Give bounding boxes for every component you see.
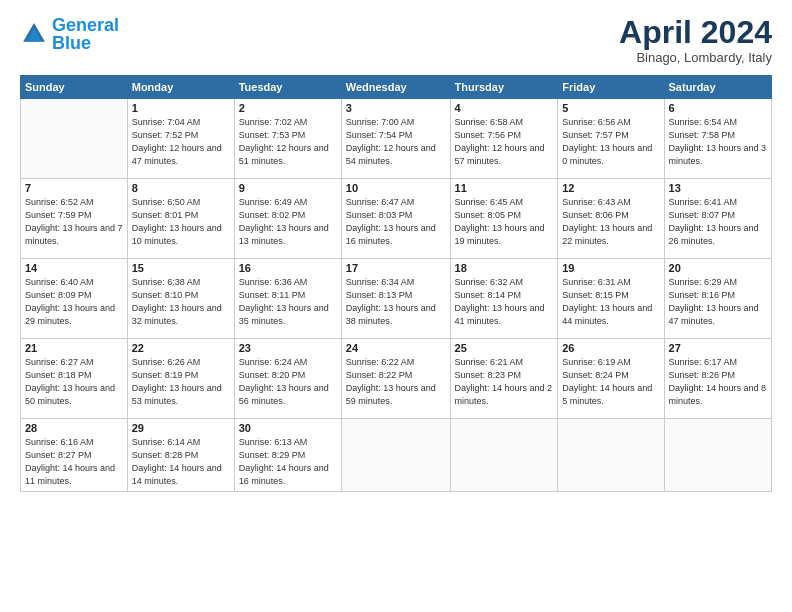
day-number: 30 bbox=[239, 422, 337, 434]
day-info: Sunrise: 6:34 AMSunset: 8:13 PMDaylight:… bbox=[346, 276, 446, 328]
table-row bbox=[341, 419, 450, 492]
day-number: 17 bbox=[346, 262, 446, 274]
sunrise-text: Sunrise: 6:21 AM bbox=[455, 357, 524, 367]
table-row: 29Sunrise: 6:14 AMSunset: 8:28 PMDayligh… bbox=[127, 419, 234, 492]
day-info: Sunrise: 6:16 AMSunset: 8:27 PMDaylight:… bbox=[25, 436, 123, 488]
table-row: 15Sunrise: 6:38 AMSunset: 8:10 PMDayligh… bbox=[127, 259, 234, 339]
day-number: 10 bbox=[346, 182, 446, 194]
day-info: Sunrise: 6:17 AMSunset: 8:26 PMDaylight:… bbox=[669, 356, 767, 408]
daylight-text: Daylight: 13 hours and 50 minutes. bbox=[25, 383, 115, 406]
sunset-text: Sunset: 8:01 PM bbox=[132, 210, 199, 220]
day-info: Sunrise: 6:41 AMSunset: 8:07 PMDaylight:… bbox=[669, 196, 767, 248]
daylight-text: Daylight: 14 hours and 8 minutes. bbox=[669, 383, 767, 406]
daylight-text: Daylight: 14 hours and 16 minutes. bbox=[239, 463, 329, 486]
day-number: 1 bbox=[132, 102, 230, 114]
sunset-text: Sunset: 8:26 PM bbox=[669, 370, 736, 380]
sunset-text: Sunset: 8:09 PM bbox=[25, 290, 92, 300]
sunset-text: Sunset: 8:13 PM bbox=[346, 290, 413, 300]
sunrise-text: Sunrise: 6:41 AM bbox=[669, 197, 738, 207]
daylight-text: Daylight: 13 hours and 53 minutes. bbox=[132, 383, 222, 406]
table-row: 11Sunrise: 6:45 AMSunset: 8:05 PMDayligh… bbox=[450, 179, 558, 259]
day-number: 20 bbox=[669, 262, 767, 274]
daylight-text: Daylight: 13 hours and 26 minutes. bbox=[669, 223, 759, 246]
daylight-text: Daylight: 12 hours and 51 minutes. bbox=[239, 143, 329, 166]
sunset-text: Sunset: 7:52 PM bbox=[132, 130, 199, 140]
sunset-text: Sunset: 8:06 PM bbox=[562, 210, 629, 220]
table-row: 10Sunrise: 6:47 AMSunset: 8:03 PMDayligh… bbox=[341, 179, 450, 259]
daylight-text: Daylight: 13 hours and 7 minutes. bbox=[25, 223, 123, 246]
sunset-text: Sunset: 8:22 PM bbox=[346, 370, 413, 380]
logo-text-line1: General bbox=[52, 16, 119, 34]
sunrise-text: Sunrise: 6:34 AM bbox=[346, 277, 415, 287]
table-row: 20Sunrise: 6:29 AMSunset: 8:16 PMDayligh… bbox=[664, 259, 771, 339]
table-row: 26Sunrise: 6:19 AMSunset: 8:24 PMDayligh… bbox=[558, 339, 664, 419]
day-number: 26 bbox=[562, 342, 659, 354]
daylight-text: Daylight: 12 hours and 54 minutes. bbox=[346, 143, 436, 166]
daylight-text: Daylight: 13 hours and 19 minutes. bbox=[455, 223, 545, 246]
table-row bbox=[664, 419, 771, 492]
table-row: 23Sunrise: 6:24 AMSunset: 8:20 PMDayligh… bbox=[234, 339, 341, 419]
day-number: 27 bbox=[669, 342, 767, 354]
daylight-text: Daylight: 13 hours and 16 minutes. bbox=[346, 223, 436, 246]
table-row: 14Sunrise: 6:40 AMSunset: 8:09 PMDayligh… bbox=[21, 259, 128, 339]
day-number: 19 bbox=[562, 262, 659, 274]
day-info: Sunrise: 6:43 AMSunset: 8:06 PMDaylight:… bbox=[562, 196, 659, 248]
day-info: Sunrise: 6:26 AMSunset: 8:19 PMDaylight:… bbox=[132, 356, 230, 408]
logo-icon bbox=[20, 20, 48, 48]
day-info: Sunrise: 6:54 AMSunset: 7:58 PMDaylight:… bbox=[669, 116, 767, 168]
daylight-text: Daylight: 13 hours and 38 minutes. bbox=[346, 303, 436, 326]
day-number: 23 bbox=[239, 342, 337, 354]
sunrise-text: Sunrise: 6:36 AM bbox=[239, 277, 308, 287]
daylight-text: Daylight: 13 hours and 59 minutes. bbox=[346, 383, 436, 406]
sunset-text: Sunset: 8:28 PM bbox=[132, 450, 199, 460]
col-thursday: Thursday bbox=[450, 76, 558, 99]
daylight-text: Daylight: 13 hours and 44 minutes. bbox=[562, 303, 652, 326]
table-row: 25Sunrise: 6:21 AMSunset: 8:23 PMDayligh… bbox=[450, 339, 558, 419]
logo: General Blue bbox=[20, 16, 119, 52]
sunrise-text: Sunrise: 6:38 AM bbox=[132, 277, 201, 287]
sunrise-text: Sunrise: 6:31 AM bbox=[562, 277, 631, 287]
location: Binago, Lombardy, Italy bbox=[619, 50, 772, 65]
sunrise-text: Sunrise: 7:04 AM bbox=[132, 117, 201, 127]
sunset-text: Sunset: 8:11 PM bbox=[239, 290, 306, 300]
sunset-text: Sunset: 7:56 PM bbox=[455, 130, 522, 140]
col-monday: Monday bbox=[127, 76, 234, 99]
table-row: 13Sunrise: 6:41 AMSunset: 8:07 PMDayligh… bbox=[664, 179, 771, 259]
table-row: 9Sunrise: 6:49 AMSunset: 8:02 PMDaylight… bbox=[234, 179, 341, 259]
sunrise-text: Sunrise: 7:02 AM bbox=[239, 117, 308, 127]
day-info: Sunrise: 6:14 AMSunset: 8:28 PMDaylight:… bbox=[132, 436, 230, 488]
sunset-text: Sunset: 8:27 PM bbox=[25, 450, 92, 460]
daylight-text: Daylight: 12 hours and 47 minutes. bbox=[132, 143, 222, 166]
day-info: Sunrise: 6:47 AMSunset: 8:03 PMDaylight:… bbox=[346, 196, 446, 248]
sunrise-text: Sunrise: 6:29 AM bbox=[669, 277, 738, 287]
sunrise-text: Sunrise: 6:16 AM bbox=[25, 437, 94, 447]
sunrise-text: Sunrise: 6:32 AM bbox=[455, 277, 524, 287]
daylight-text: Daylight: 13 hours and 56 minutes. bbox=[239, 383, 329, 406]
sunset-text: Sunset: 8:20 PM bbox=[239, 370, 306, 380]
day-number: 16 bbox=[239, 262, 337, 274]
day-number: 7 bbox=[25, 182, 123, 194]
daylight-text: Daylight: 14 hours and 2 minutes. bbox=[455, 383, 553, 406]
table-row: 2Sunrise: 7:02 AMSunset: 7:53 PMDaylight… bbox=[234, 99, 341, 179]
day-info: Sunrise: 6:45 AMSunset: 8:05 PMDaylight:… bbox=[455, 196, 554, 248]
sunrise-text: Sunrise: 6:26 AM bbox=[132, 357, 201, 367]
sunset-text: Sunset: 8:14 PM bbox=[455, 290, 522, 300]
day-number: 13 bbox=[669, 182, 767, 194]
daylight-text: Daylight: 14 hours and 5 minutes. bbox=[562, 383, 652, 406]
col-wednesday: Wednesday bbox=[341, 76, 450, 99]
day-number: 28 bbox=[25, 422, 123, 434]
day-number: 21 bbox=[25, 342, 123, 354]
sunset-text: Sunset: 8:29 PM bbox=[239, 450, 306, 460]
daylight-text: Daylight: 12 hours and 57 minutes. bbox=[455, 143, 545, 166]
sunrise-text: Sunrise: 6:45 AM bbox=[455, 197, 524, 207]
sunrise-text: Sunrise: 6:58 AM bbox=[455, 117, 524, 127]
day-number: 25 bbox=[455, 342, 554, 354]
day-info: Sunrise: 6:50 AMSunset: 8:01 PMDaylight:… bbox=[132, 196, 230, 248]
day-number: 29 bbox=[132, 422, 230, 434]
day-number: 12 bbox=[562, 182, 659, 194]
table-row: 7Sunrise: 6:52 AMSunset: 7:59 PMDaylight… bbox=[21, 179, 128, 259]
day-info: Sunrise: 6:52 AMSunset: 7:59 PMDaylight:… bbox=[25, 196, 123, 248]
table-row: 8Sunrise: 6:50 AMSunset: 8:01 PMDaylight… bbox=[127, 179, 234, 259]
sunset-text: Sunset: 8:07 PM bbox=[669, 210, 736, 220]
sunset-text: Sunset: 8:02 PM bbox=[239, 210, 306, 220]
